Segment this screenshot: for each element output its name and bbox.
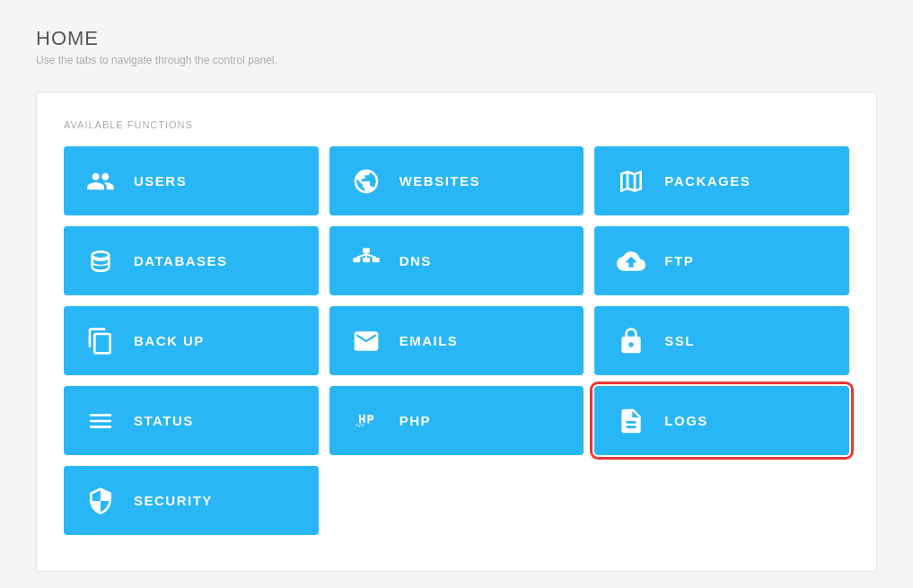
tile-logs-label: LOGS	[664, 413, 708, 428]
svg-rect-1	[353, 258, 360, 262]
svg-line-6	[366, 254, 376, 258]
tile-empty	[594, 466, 849, 535]
tile-packages-label: PACKAGES	[664, 173, 751, 189]
svg-rect-3	[372, 258, 379, 262]
tile-backup[interactable]: BACK UP	[64, 306, 319, 375]
tile-security-label: SECURITY	[134, 493, 213, 508]
php-icon: </>	[349, 404, 383, 438]
tile-ssl[interactable]: SSL	[594, 306, 849, 375]
svg-rect-0	[363, 248, 370, 252]
packages-icon	[614, 164, 648, 198]
globe-icon	[349, 164, 383, 198]
users-icon	[83, 164, 118, 198]
tile-ftp-label: FTP	[664, 253, 694, 268]
tile-logs[interactable]: LOGS	[594, 386, 849, 455]
database-icon	[83, 244, 118, 278]
ftp-icon	[614, 244, 648, 278]
tile-php-label: PHP	[399, 413, 431, 428]
tile-php[interactable]: </>PHP	[329, 386, 584, 455]
tile-dns-label: DNS	[399, 253, 432, 268]
svg-text:</>: </>	[356, 421, 364, 427]
tile-ftp[interactable]: FTP	[594, 226, 849, 295]
page-subtitle: Use the tabs to navigate through the con…	[36, 54, 877, 66]
tile-dns[interactable]: DNS	[329, 226, 584, 295]
tile-security[interactable]: SECURITY	[64, 466, 319, 535]
backup-icon	[83, 324, 118, 358]
section-label: AVAILABLE FUNCTIONS	[64, 119, 849, 130]
tile-empty	[329, 466, 584, 535]
tile-databases[interactable]: DATABASES	[64, 226, 319, 295]
tile-ssl-label: SSL	[664, 333, 695, 348]
tile-backup-label: BACK UP	[134, 333, 205, 348]
tile-users-label: USERS	[134, 173, 187, 189]
svg-point-7	[629, 343, 633, 347]
tile-databases-label: DATABASES	[134, 253, 228, 268]
tile-status[interactable]: STATUS	[64, 386, 319, 455]
tile-emails[interactable]: EMAILS	[329, 306, 584, 375]
main-card: AVAILABLE FUNCTIONS USERSWEBSITESPACKAGE…	[36, 92, 877, 572]
dns-icon	[349, 244, 383, 278]
svg-line-5	[356, 254, 366, 258]
svg-rect-2	[363, 258, 370, 262]
status-icon	[83, 404, 118, 438]
tile-emails-label: EMAILS	[399, 333, 459, 348]
tile-users[interactable]: USERS	[64, 146, 319, 215]
tiles-grid: USERSWEBSITESPACKAGESDATABASES DNSFTPBAC…	[64, 146, 849, 535]
logs-icon	[614, 404, 648, 438]
page-wrapper: HOME Use the tabs to navigate through th…	[0, 0, 913, 588]
security-icon	[83, 484, 118, 518]
tile-packages[interactable]: PACKAGES	[594, 146, 849, 215]
tile-websites-label: WEBSITES	[399, 173, 480, 189]
ssl-icon	[614, 324, 648, 358]
page-title: HOME	[36, 27, 877, 50]
email-icon	[349, 324, 383, 358]
tile-status-label: STATUS	[134, 413, 194, 428]
tile-websites[interactable]: WEBSITES	[329, 146, 584, 215]
